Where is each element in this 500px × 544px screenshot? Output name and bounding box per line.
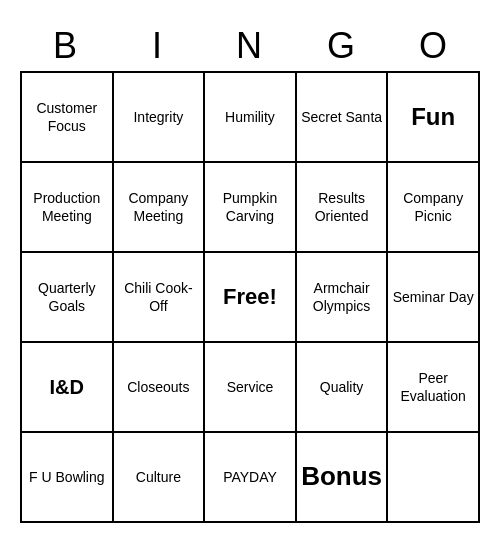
bingo-cell: Results Oriented [297, 163, 389, 253]
bingo-cell: F U Bowling [22, 433, 114, 523]
bingo-cell: Fun [388, 73, 480, 163]
bingo-cell [388, 433, 480, 523]
bingo-cell: Secret Santa [297, 73, 389, 163]
bingo-letter: G [296, 21, 388, 71]
bingo-cell: Company Picnic [388, 163, 480, 253]
bingo-grid: Customer FocusIntegrityHumilitySecret Sa… [20, 71, 480, 523]
bingo-letter: I [112, 21, 204, 71]
bingo-card: BINGO Customer FocusIntegrityHumilitySec… [20, 21, 480, 523]
bingo-cell: Peer Evaluation [388, 343, 480, 433]
bingo-cell: Quality [297, 343, 389, 433]
bingo-cell: PAYDAY [205, 433, 297, 523]
bingo-letter: N [204, 21, 296, 71]
bingo-letter: O [388, 21, 480, 71]
bingo-cell: Culture [114, 433, 206, 523]
bingo-cell: Pumpkin Carving [205, 163, 297, 253]
bingo-letter: B [20, 21, 112, 71]
bingo-cell: Armchair Olympics [297, 253, 389, 343]
bingo-cell: Customer Focus [22, 73, 114, 163]
bingo-cell: Integrity [114, 73, 206, 163]
bingo-cell: Humility [205, 73, 297, 163]
bingo-cell: Service [205, 343, 297, 433]
bingo-cell: I&D [22, 343, 114, 433]
bingo-cell: Free! [205, 253, 297, 343]
bingo-cell: Closeouts [114, 343, 206, 433]
bingo-cell: Bonus [297, 433, 389, 523]
bingo-cell: Seminar Day [388, 253, 480, 343]
bingo-cell: Quarterly Goals [22, 253, 114, 343]
bingo-cell: Chili Cook-Off [114, 253, 206, 343]
bingo-cell: Production Meeting [22, 163, 114, 253]
bingo-cell: Company Meeting [114, 163, 206, 253]
bingo-header: BINGO [20, 21, 480, 71]
